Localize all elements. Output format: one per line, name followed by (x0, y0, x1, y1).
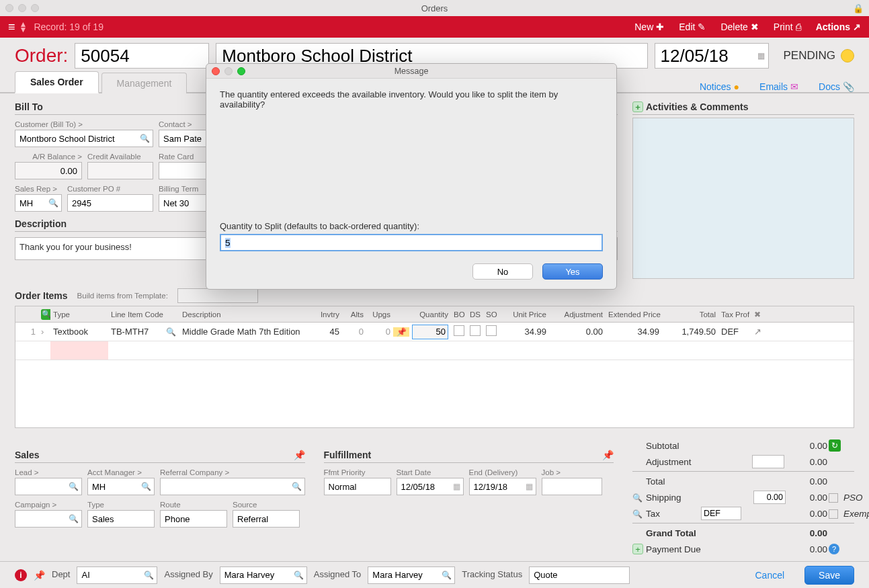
exempt-checkbox[interactable] (829, 509, 838, 519)
add-activity-icon[interactable]: + (632, 101, 643, 112)
info-icon[interactable]: i (15, 569, 27, 581)
ds-checkbox[interactable] (470, 325, 481, 336)
pin-icon[interactable]: 📌 (294, 450, 305, 460)
search-icon[interactable]: 🔍 (292, 482, 302, 491)
col-bo: BO (451, 310, 467, 319)
pin-icon[interactable]: 📌 (34, 570, 45, 581)
search-icon[interactable]: 🔍 (141, 482, 151, 491)
row-unit[interactable]: 34.99 (499, 327, 549, 337)
template-input[interactable] (177, 288, 258, 303)
bo-checkbox[interactable] (454, 325, 464, 336)
exempt-label: Exempt (843, 509, 869, 519)
dialog-qty-input[interactable] (220, 234, 603, 251)
search-icon[interactable]: 🔍 (294, 571, 304, 580)
row-tax[interactable]: DEF (718, 327, 749, 337)
grand-label: Grand Total (646, 528, 700, 538)
print-button[interactable]: Print⎙ (774, 22, 801, 32)
totals-panel: Subtotal0.00↻ Adjustment0.00 Total0.00 🔍… (632, 437, 854, 557)
menu-icon[interactable]: ≡ (8, 20, 15, 34)
refco-input[interactable] (160, 478, 305, 495)
zoom-window-icon[interactable] (31, 4, 39, 12)
row-type[interactable]: Textbook (50, 327, 108, 337)
track-label: Tracking Status (462, 569, 522, 581)
job-input[interactable] (542, 478, 602, 495)
status-dot-icon (841, 49, 854, 62)
actions-button[interactable]: Actions↗ (816, 22, 861, 32)
search-icon[interactable]: 🔍 (41, 309, 50, 320)
add-payment-icon[interactable]: + (632, 544, 643, 554)
calendar-icon[interactable]: ▦ (453, 482, 460, 491)
dialog-no-button[interactable]: No (472, 263, 533, 280)
close-col-icon[interactable]: ✖ (749, 310, 765, 319)
grid-body[interactable]: 1 › Textbook TB-MTH7🔍 Middle Grade Math … (15, 323, 854, 427)
grand-value: 0.00 (787, 528, 827, 538)
tracking-input[interactable] (529, 566, 630, 584)
search-icon[interactable]: 🔍 (632, 509, 643, 519)
help-icon[interactable]: ? (829, 544, 839, 554)
row-qty-input[interactable] (412, 325, 448, 339)
row-desc[interactable]: Middle Grade Math 7th Edition (179, 327, 314, 337)
job-label: Job > (542, 468, 602, 478)
delete-button[interactable]: Delete✖ (720, 22, 758, 32)
dialog-close-icon[interactable] (212, 67, 220, 75)
sales-type-input[interactable] (87, 510, 155, 528)
order-id-input[interactable] (75, 43, 209, 69)
pso-checkbox[interactable] (829, 493, 838, 503)
print-icon: ⎙ (796, 22, 801, 32)
search-icon[interactable]: 🔍 (48, 198, 58, 208)
search-icon[interactable]: 🔍 (442, 571, 452, 580)
search-icon[interactable]: 🔍 (144, 571, 154, 580)
search-icon[interactable]: 🔍 (140, 134, 150, 143)
adj-input[interactable] (752, 455, 784, 468)
search-icon[interactable]: 🔍 (166, 327, 176, 337)
grid-row[interactable]: 1 › Textbook TB-MTH7🔍 Middle Grade Math … (15, 323, 854, 341)
ato-label: Assigned To (314, 569, 362, 581)
notices-link[interactable]: Notices● (700, 81, 739, 92)
dialog-title: Message (395, 67, 429, 76)
taxcode-input[interactable] (701, 507, 741, 520)
row-adj[interactable]: 0.00 (549, 327, 606, 337)
end-label: End (Delivery) (469, 468, 536, 478)
refco-label: Referral Company > (160, 468, 305, 478)
footer-bar: i 📌 Dept 🔍 Assigned By 🔍 Assigned To 🔍 T… (0, 561, 869, 588)
calendar-icon[interactable]: ▦ (526, 482, 533, 491)
search-icon[interactable]: 🔍 (632, 493, 643, 503)
dialog-yes-button[interactable]: Yes (542, 263, 603, 280)
edit-button[interactable]: Edit✎ (679, 22, 706, 32)
calendar-icon[interactable]: ▦ (757, 51, 765, 60)
close-window-icon[interactable] (5, 4, 13, 12)
subtotal-value: 0.00 (787, 441, 827, 451)
docs-link[interactable]: Docs📎 (819, 81, 854, 92)
grid-row-empty[interactable]: 🔍 (15, 341, 854, 360)
window-traffic-lights[interactable] (5, 4, 39, 12)
order-date-input[interactable] (655, 43, 769, 69)
tab-sales-order[interactable]: Sales Order (15, 71, 99, 93)
dialog-zoom-icon[interactable] (237, 67, 245, 75)
route-input[interactable] (160, 510, 227, 528)
customer-input[interactable] (15, 130, 153, 147)
row-invtry: 45 (314, 327, 342, 337)
message-dialog: Message The quantity entered exceeds the… (206, 63, 617, 290)
ship1-input[interactable] (753, 491, 786, 504)
so-checkbox[interactable] (486, 325, 497, 336)
pin-icon[interactable]: 📌 (393, 327, 409, 337)
tab-management[interactable]: Management (101, 73, 188, 93)
search-icon[interactable]: 🔍 (69, 514, 79, 523)
emails-link[interactable]: Emails✉ (759, 81, 798, 92)
activity-heading: + Activities & Comments (632, 101, 854, 115)
po-input[interactable] (67, 194, 153, 212)
source-input[interactable] (233, 510, 300, 528)
tax-value: 0.00 (787, 509, 827, 519)
prio-input[interactable] (324, 478, 391, 495)
save-button[interactable]: Save (804, 566, 854, 585)
new-button[interactable]: New✚ (634, 22, 664, 32)
row-expand-icon[interactable]: › (38, 327, 50, 337)
minimize-window-icon[interactable] (18, 4, 26, 12)
cancel-button[interactable]: Cancel (741, 566, 798, 585)
pin-icon[interactable]: 📌 (602, 450, 614, 460)
record-nav-icon[interactable]: ▲▼ (19, 22, 28, 32)
refresh-icon[interactable]: ↻ (829, 439, 841, 452)
expand-row-icon[interactable]: ↗ (749, 327, 765, 337)
search-icon[interactable]: 🔍 (69, 482, 79, 491)
row-code[interactable]: TB-MTH7 (111, 327, 149, 337)
